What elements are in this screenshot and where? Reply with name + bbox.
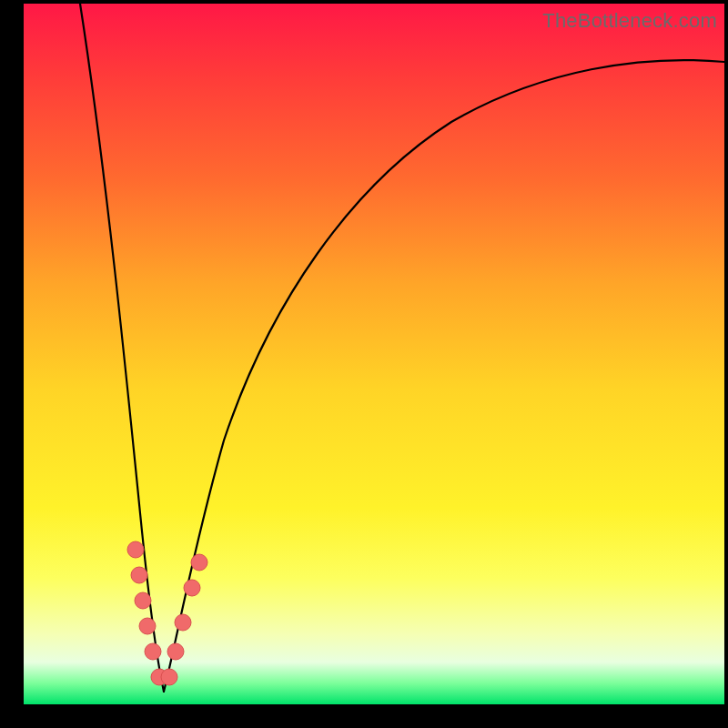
marker-bead	[167, 643, 184, 660]
marker-bead	[184, 580, 200, 596]
marker-bead	[161, 669, 177, 685]
curve-right-branch	[164, 60, 724, 692]
marker-bead	[175, 614, 191, 631]
marker-bead	[127, 541, 144, 558]
marker-bead	[135, 592, 151, 609]
marker-bead	[131, 567, 147, 583]
plot-area: TheBottleneck.com	[24, 4, 724, 704]
marker-bead	[145, 643, 161, 660]
bottleneck-curve	[24, 4, 724, 704]
marker-bead	[139, 618, 156, 634]
curve-left-branch	[80, 4, 164, 692]
marker-bead	[191, 554, 207, 571]
